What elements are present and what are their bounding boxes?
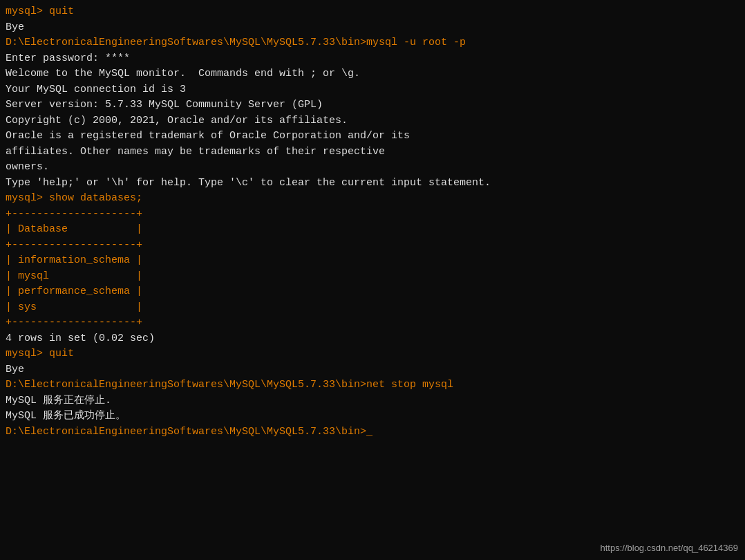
terminal-line: Your MySQL connection id is 3	[6, 82, 739, 98]
terminal-line: +--------------------+	[6, 207, 739, 223]
terminal-line: | information_schema |	[6, 253, 739, 269]
terminal-line: Bye	[6, 362, 739, 378]
terminal-line: | sys |	[6, 300, 739, 316]
terminal-line: mysql> show databases;	[6, 191, 739, 207]
terminal-line: MySQL 服务已成功停止。	[6, 409, 739, 424]
terminal-line: D:\ElectronicalEngineeringSoftwares\MySQ…	[6, 424, 739, 440]
terminal-line: MySQL 服务正在停止.	[6, 393, 739, 409]
terminal-line: D:\ElectronicalEngineeringSoftwares\MySQ…	[6, 35, 739, 51]
terminal-line: +--------------------+	[6, 238, 739, 254]
terminal-line: Server version: 5.7.33 MySQL Community S…	[6, 97, 739, 113]
terminal-line: D:\ElectronicalEngineeringSoftwares\MySQ…	[6, 377, 739, 393]
terminal-line: 4 rows in set (0.02 sec)	[6, 331, 739, 347]
terminal-window: mysql> quitByeD:\ElectronicalEngineering…	[0, 0, 745, 560]
terminal-line: Bye	[6, 20, 739, 36]
terminal-line: mysql> quit	[6, 4, 739, 20]
terminal-line: | mysql |	[6, 269, 739, 285]
watermark-text: https://blog.csdn.net/qq_46214369	[601, 543, 739, 553]
terminal-line: Copyright (c) 2000, 2021, Oracle and/or …	[6, 113, 739, 129]
terminal-line: affiliates. Other names may be trademark…	[6, 144, 739, 160]
terminal-line: mysql> quit	[6, 346, 739, 362]
terminal-line: Oracle is a registered trademark of Orac…	[6, 129, 739, 144]
terminal-line: | Database |	[6, 222, 739, 238]
terminal-line: owners.	[6, 160, 739, 176]
terminal-line: | performance_schema |	[6, 284, 739, 300]
terminal-line: Type 'help;' or '\h' for help. Type '\c'…	[6, 176, 739, 192]
terminal-line: +--------------------+	[6, 315, 739, 331]
terminal-line: Welcome to the MySQL monitor. Commands e…	[6, 66, 739, 82]
terminal-line: Enter password: ****	[6, 51, 739, 67]
